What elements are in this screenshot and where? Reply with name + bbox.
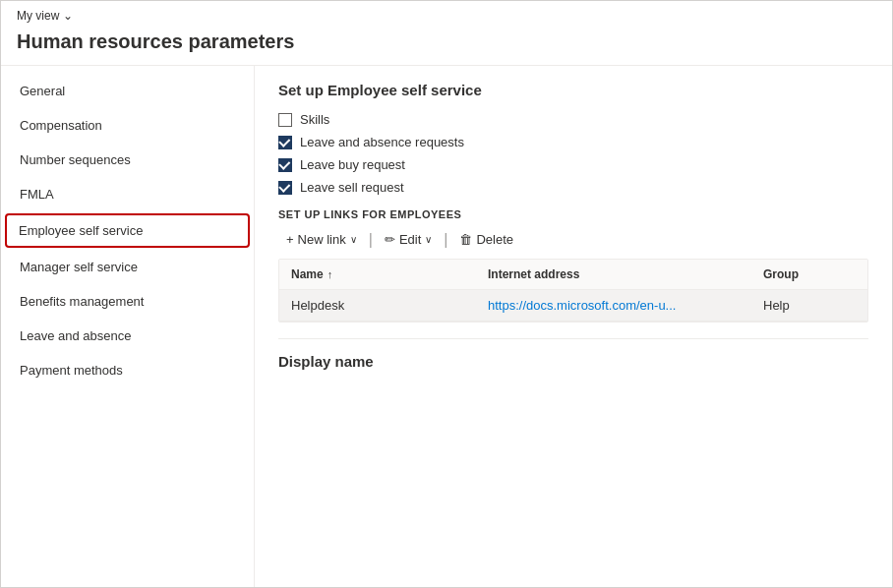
table-header: Name ↑ Internet address Group <box>279 260 867 290</box>
col-group-label: Group <box>763 267 799 281</box>
cell-name: Helpdesk <box>279 290 476 321</box>
cell-internet-address[interactable]: https://docs.microsoft.com/en-u... <box>476 290 751 321</box>
display-name-title: Display name <box>278 353 868 370</box>
sidebar-item-general[interactable]: General <box>1 74 254 108</box>
toolbar-divider-1: | <box>369 231 373 249</box>
delete-label: Delete <box>476 232 513 247</box>
page-title: Human resources parameters <box>17 27 876 61</box>
chevron-down-icon: ⌄ <box>63 9 73 23</box>
setup-section-title: Set up Employee self service <box>278 82 868 98</box>
checkbox-skills-label: Skills <box>300 112 329 127</box>
sidebar-item-fmla[interactable]: FMLA <box>1 177 254 211</box>
sidebar-item-compensation[interactable]: Compensation <box>1 108 254 143</box>
col-name-label: Name <box>291 267 324 281</box>
checkbox-leave-sell-row: Leave sell request <box>278 180 868 195</box>
main-content: Set up Employee self service Skills Leav… <box>255 66 892 587</box>
checkbox-leave-buy[interactable] <box>278 158 292 172</box>
new-link-label: New link <box>298 232 346 247</box>
checkbox-leave-sell[interactable] <box>278 181 292 195</box>
checkbox-leave-buy-label: Leave buy request <box>300 157 405 172</box>
edit-button[interactable]: ✏ Edit ∨ <box>377 228 440 251</box>
sidebar-item-number-sequences[interactable]: Number sequences <box>1 143 254 177</box>
col-internet-label: Internet address <box>488 267 579 281</box>
trash-icon: 🗑 <box>459 232 472 247</box>
toolbar: + New link ∨ | ✏ Edit ∨ | 🗑 Delete <box>278 228 868 251</box>
checkbox-leave-buy-row: Leave buy request <box>278 157 868 172</box>
sidebar-item-benefits-management[interactable]: Benefits management <box>1 284 254 319</box>
col-header-internet[interactable]: Internet address <box>476 260 751 289</box>
checkbox-skills[interactable] <box>278 113 292 127</box>
plus-icon: + <box>286 232 294 247</box>
new-link-button[interactable]: + New link ∨ <box>278 228 365 251</box>
table-row[interactable]: Helpdesk https://docs.microsoft.com/en-u… <box>279 290 867 322</box>
links-table: Name ↑ Internet address Group Helpdesk h… <box>278 259 868 323</box>
sidebar-item-leave-and-absence[interactable]: Leave and absence <box>1 319 254 353</box>
display-name-section: Display name <box>278 338 868 370</box>
col-header-group[interactable]: Group <box>751 260 867 289</box>
sidebar-item-manager-self-service[interactable]: Manager self service <box>1 250 254 284</box>
checkbox-leave-absence[interactable] <box>278 136 292 149</box>
sidebar: GeneralCompensationNumber sequencesFMLAE… <box>1 66 255 587</box>
checkbox-leave-absence-label: Leave and absence requests <box>300 135 464 149</box>
delete-button[interactable]: 🗑 Delete <box>451 228 521 251</box>
edit-label: Edit <box>399 232 421 247</box>
edit-chevron-icon: ∨ <box>425 234 432 245</box>
checkbox-leave-sell-label: Leave sell request <box>300 180 404 195</box>
sidebar-item-employee-self-service[interactable]: Employee self service <box>5 213 250 248</box>
links-section-title: SET UP LINKS FOR EMPLOYEES <box>278 208 868 220</box>
col-header-name[interactable]: Name ↑ <box>279 260 476 289</box>
checkbox-skills-row: Skills <box>278 112 868 127</box>
new-link-chevron-icon: ∨ <box>350 234 357 245</box>
page-wrapper: My view ⌄ Human resources parameters Gen… <box>0 0 893 588</box>
sort-asc-icon: ↑ <box>327 268 333 280</box>
top-bar: My view ⌄ Human resources parameters <box>1 1 892 66</box>
content-area: GeneralCompensationNumber sequencesFMLAE… <box>1 66 892 587</box>
edit-icon: ✏ <box>385 232 395 247</box>
sidebar-item-payment-methods[interactable]: Payment methods <box>1 353 254 387</box>
cell-group: Help <box>751 290 867 321</box>
my-view-label: My view <box>17 9 59 23</box>
my-view-button[interactable]: My view ⌄ <box>17 9 876 23</box>
toolbar-divider-2: | <box>444 231 447 249</box>
checkbox-leave-absence-row: Leave and absence requests <box>278 135 868 149</box>
